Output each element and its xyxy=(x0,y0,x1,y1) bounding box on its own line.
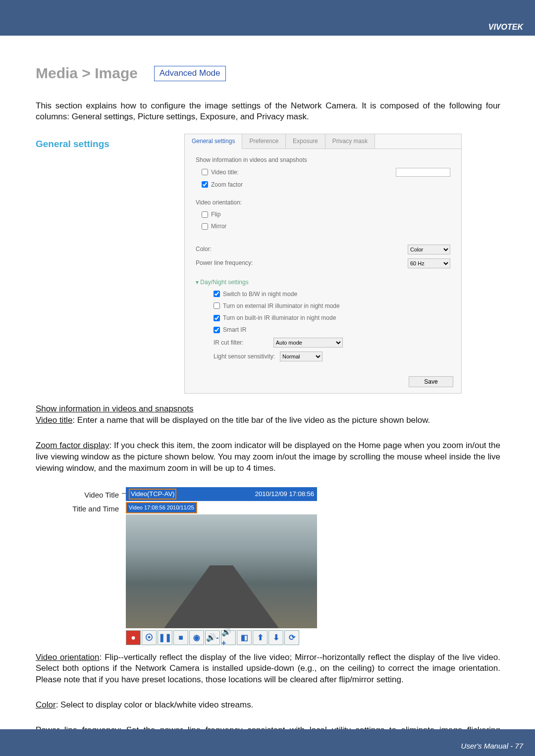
tab-preference[interactable]: Preference xyxy=(242,134,286,148)
video-title-bar: Video(TCP-AV) 2010/12/09 17:08:56 xyxy=(126,487,317,501)
mic-up-icon[interactable]: ⬆ xyxy=(253,630,268,645)
stop-icon[interactable]: ■ xyxy=(173,630,188,645)
video-preview-block: Video Title Title and Time Video(TCP-AV)… xyxy=(36,487,500,645)
term-video-title: Video title xyxy=(36,415,72,425)
light-sensor-sensitivity-label: Light sensor sensitivity: xyxy=(214,353,275,360)
video-title-label: Video title: xyxy=(211,168,239,176)
zoom-icon[interactable]: ⦿ xyxy=(142,630,157,645)
external-ir-checkbox[interactable] xyxy=(214,302,220,309)
live-video-mock xyxy=(126,514,317,628)
talk-icon[interactable]: ◧ xyxy=(237,630,252,645)
pause-icon[interactable]: ❚❚ xyxy=(158,630,172,645)
zoom-factor-checkbox[interactable] xyxy=(202,181,208,188)
tab-privacy-mask[interactable]: Privacy mask xyxy=(325,134,375,148)
footer-band xyxy=(0,729,535,756)
video-toolbar: ● ⦿ ❚❚ ■ ◉ 🔊- 🔊+ ◧ ⬆ ⬇ ⟳ xyxy=(126,630,317,645)
volume-down-icon[interactable]: 🔊- xyxy=(205,630,220,645)
text-color: : Select to display color or black/white… xyxy=(56,700,254,709)
builtin-ir-checkbox[interactable] xyxy=(214,315,220,321)
term-video-orientation: Video orientation xyxy=(36,653,100,662)
power-line-frequency-label: Power line frequency: xyxy=(196,259,253,267)
color-select[interactable]: Color xyxy=(408,245,450,254)
text-video-title: : Enter a name that will be displayed on… xyxy=(72,415,430,425)
term-color: Color xyxy=(36,700,56,709)
brand-label: VIVOTEK xyxy=(0,0,535,32)
flip-checkbox[interactable] xyxy=(202,211,208,218)
callout-line xyxy=(122,493,126,494)
video-timestamp: 2010/12/09 17:08:56 xyxy=(255,490,314,499)
ir-cut-filter-label: IR cut filter: xyxy=(214,339,244,347)
section-heading-general-settings: General settings xyxy=(36,138,184,151)
power-line-frequency-select[interactable]: 60 Hz xyxy=(408,258,450,268)
zoom-factor-label: Zoom factor xyxy=(211,181,243,189)
chevron-down-icon[interactable]: ▾ xyxy=(196,279,199,286)
builtin-ir-label: Turn on built-in IR illuminator in night… xyxy=(223,314,336,322)
video-orientation-heading: Video orientation: xyxy=(196,199,450,206)
callout-video-title: Video Title xyxy=(36,490,122,500)
video-title-checkbox[interactable] xyxy=(202,169,208,175)
smart-ir-checkbox[interactable] xyxy=(214,327,220,333)
video-overlay-title-time: Video 17:08:56 2010/11/25 xyxy=(126,502,197,513)
record-icon[interactable]: ● xyxy=(126,630,141,645)
switch-bw-checkbox[interactable] xyxy=(214,291,220,297)
settings-panel: General settings Preference Exposure Pri… xyxy=(184,134,462,394)
color-label: Color: xyxy=(196,245,212,253)
mirror-label: Mirror xyxy=(211,222,226,230)
mic-down-icon[interactable]: ⬇ xyxy=(268,630,283,645)
group-show-info-title: Show information in videos and snapshots xyxy=(196,156,450,164)
mirror-checkbox[interactable] xyxy=(202,223,208,230)
page-footer: User's Manual - 77 xyxy=(461,742,523,750)
tab-general-settings[interactable]: General settings xyxy=(185,134,242,149)
video-title-input[interactable] xyxy=(396,168,450,177)
smart-ir-label: Smart IR xyxy=(223,326,246,334)
advanced-mode-badge: Advanced Mode xyxy=(154,66,226,81)
term-zoom-factor: Zoom factor display xyxy=(36,441,109,450)
tab-exposure[interactable]: Exposure xyxy=(286,134,325,148)
callout-title-and-time: Title and Time xyxy=(36,504,122,514)
volume-up-icon[interactable]: 🔊+ xyxy=(221,630,236,645)
intro-paragraph: This section explains how to configure t… xyxy=(36,101,500,123)
snapshot-icon[interactable]: ◉ xyxy=(189,630,204,645)
page-content: Media > Image Advanced Mode This section… xyxy=(0,36,535,756)
flip-label: Flip xyxy=(211,210,220,218)
external-ir-label: Turn on external IR illuminator in night… xyxy=(223,302,340,310)
breadcrumb: Media > Image xyxy=(36,63,138,84)
fullscreen-icon[interactable]: ⟳ xyxy=(284,630,299,645)
ir-cut-filter-select[interactable]: Auto mode xyxy=(273,338,343,348)
subheading-show-info: Show information in videos and snapsnots xyxy=(36,404,193,413)
light-sensor-sensitivity-select[interactable]: Normal xyxy=(280,352,322,361)
save-button[interactable]: Save xyxy=(409,376,453,387)
text-video-orientation: : Flip--vertically reflect the display o… xyxy=(36,653,500,685)
switch-bw-label: Switch to B/W in night mode xyxy=(223,290,297,298)
video-title-text: Video(TCP-AV) xyxy=(129,489,176,500)
day-night-heading: Day/Night settings xyxy=(200,279,248,286)
